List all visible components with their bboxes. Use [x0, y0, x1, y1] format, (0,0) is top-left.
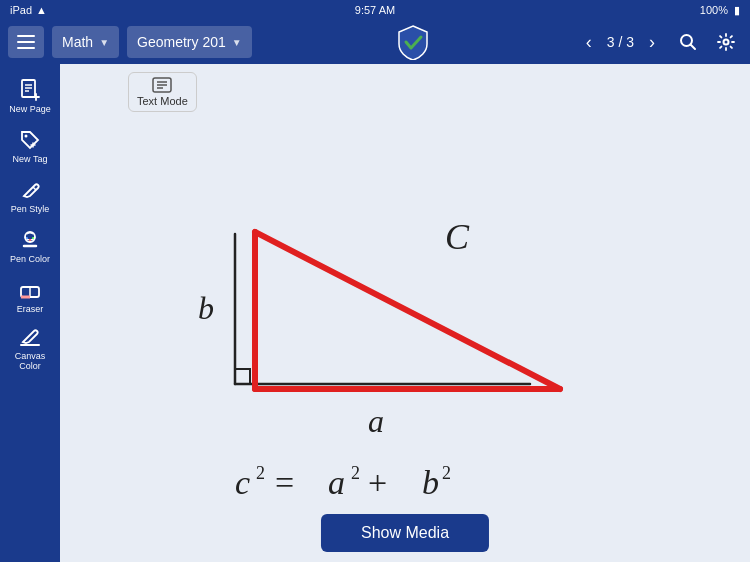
sidebar-item-new-page[interactable]: New Page — [4, 72, 56, 120]
app-logo — [394, 23, 432, 61]
search-button[interactable] — [672, 26, 704, 58]
chevron-down-icon: ▼ — [232, 37, 242, 48]
svg-point-9 — [25, 134, 28, 137]
status-time: 9:57 AM — [355, 4, 395, 16]
wifi-icon: ▲ — [36, 4, 47, 16]
hamburger-icon — [17, 35, 35, 37]
show-media-label: Show Media — [361, 524, 449, 541]
show-media-container: Show Media — [321, 514, 489, 552]
svg-text:a: a — [328, 464, 345, 501]
text-mode-button[interactable]: Text Mode — [128, 72, 197, 112]
sidebar-new-page-label: New Page — [9, 104, 51, 114]
sidebar-eraser-label: Eraser — [17, 304, 44, 314]
text-mode-container: Text Mode — [128, 72, 197, 112]
sidebar: New Page New Tag Pen Style — [0, 64, 60, 562]
next-page-button[interactable]: › — [638, 28, 666, 56]
svg-point-2 — [724, 40, 729, 45]
svg-text:2: 2 — [351, 463, 360, 483]
sidebar-item-eraser[interactable]: Eraser — [4, 272, 56, 320]
course-dropdown[interactable]: Geometry 201 ▼ — [127, 26, 252, 58]
sidebar-canvas-color-label: Canvas Color — [6, 351, 54, 371]
svg-point-17 — [32, 237, 34, 239]
subject-dropdown[interactable]: Math ▼ — [52, 26, 119, 58]
status-bar: iPad ▲ 9:57 AM 100% ▮ — [0, 0, 750, 20]
subject-label: Math — [62, 34, 93, 50]
drawing-canvas[interactable]: b C a c 2 = a 2 + b 2 — [60, 64, 750, 562]
nav-right-controls: ‹ 3 / 3 › — [575, 26, 742, 58]
svg-text:+: + — [368, 464, 387, 501]
svg-text:a: a — [368, 403, 384, 439]
svg-text:b: b — [422, 464, 439, 501]
svg-point-16 — [29, 239, 31, 241]
show-media-button[interactable]: Show Media — [321, 514, 489, 552]
settings-button[interactable] — [710, 26, 742, 58]
nav-logo-area — [260, 23, 567, 61]
status-right: 100% ▮ — [700, 4, 740, 17]
chevron-down-icon: ▼ — [99, 37, 109, 48]
sidebar-item-pen-style[interactable]: Pen Style — [4, 172, 56, 220]
status-left: iPad ▲ — [10, 4, 47, 16]
svg-line-1 — [691, 45, 696, 50]
sidebar-pen-color-label: Pen Color — [10, 254, 50, 264]
carrier-label: iPad — [10, 4, 32, 16]
prev-page-button[interactable]: ‹ — [575, 28, 603, 56]
sidebar-new-tag-label: New Tag — [13, 154, 48, 164]
hamburger-icon — [17, 41, 35, 43]
svg-text:2: 2 — [442, 463, 451, 483]
sidebar-item-canvas-color[interactable]: Canvas Color — [4, 322, 56, 375]
svg-text:c: c — [235, 464, 250, 501]
battery-label: 100% — [700, 4, 728, 16]
svg-point-15 — [26, 237, 28, 239]
svg-text:=: = — [275, 464, 294, 501]
svg-text:C: C — [445, 217, 470, 257]
main-content: New Page New Tag Pen Style — [0, 64, 750, 562]
nav-bar: Math ▼ Geometry 201 ▼ ‹ 3 / 3 › — [0, 20, 750, 64]
sidebar-item-new-tag[interactable]: New Tag — [4, 122, 56, 170]
course-label: Geometry 201 — [137, 34, 226, 50]
menu-button[interactable] — [8, 26, 44, 58]
svg-line-12 — [33, 187, 36, 190]
canvas-area[interactable]: Text Mode b C a c — [60, 64, 750, 562]
page-navigation: ‹ 3 / 3 › — [575, 28, 666, 56]
page-info: 3 / 3 — [607, 34, 634, 50]
battery-icon: ▮ — [734, 4, 740, 17]
sidebar-item-pen-color[interactable]: Pen Color — [4, 222, 56, 270]
hamburger-icon — [17, 47, 35, 49]
svg-text:2: 2 — [256, 463, 265, 483]
svg-text:b: b — [198, 290, 214, 326]
svg-line-28 — [255, 232, 560, 389]
text-mode-label: Text Mode — [137, 95, 188, 107]
sidebar-pen-style-label: Pen Style — [11, 204, 50, 214]
